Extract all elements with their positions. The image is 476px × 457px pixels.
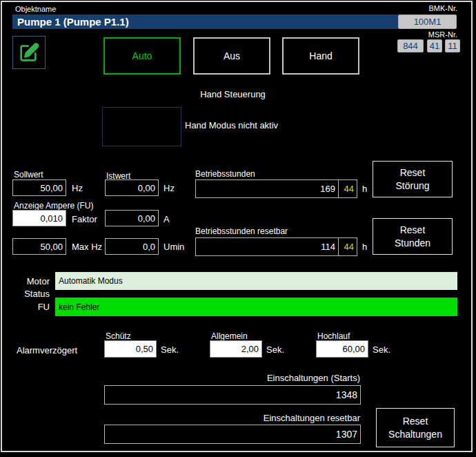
hochlauf-unit-label: Sek. bbox=[373, 344, 390, 355]
umin-label: Umin bbox=[163, 242, 184, 252]
schuetz-unit-label: Sek. bbox=[161, 344, 179, 355]
betriebsstunden-label: Betriebsstunden bbox=[195, 169, 255, 179]
mode-button-aus[interactable]: Aus bbox=[193, 37, 270, 75]
fu-status-bar: kein Fehler bbox=[55, 298, 457, 316]
mode-button-auto-label: Auto bbox=[132, 50, 152, 61]
istwert-value-field: 0,00 bbox=[105, 179, 159, 196]
hand-modus-status-text: Hand Modus nicht aktiv bbox=[185, 120, 278, 130]
allgemein-unit-label: Sek. bbox=[266, 344, 284, 355]
status-label: Status bbox=[7, 289, 50, 299]
anzeige-ampere-label: Anzeige Ampere (FU) bbox=[14, 201, 93, 211]
fu-label: FU bbox=[7, 302, 50, 312]
hand-modus-indicator bbox=[102, 107, 181, 146]
einschaltungen-resetbar-field: 1307 bbox=[104, 425, 361, 444]
msr-label: MSR-Nr. bbox=[388, 30, 457, 39]
hochlauf-delay-input[interactable] bbox=[316, 340, 368, 358]
hand-steuerung-label: Hand Steuerung bbox=[176, 89, 290, 99]
allgemein-delay-input[interactable] bbox=[210, 340, 262, 358]
allgemein-label: Allgemein bbox=[211, 331, 248, 341]
betriebsstunden-resetbar-unit-label: h bbox=[362, 242, 367, 252]
msr-number-tag-3: 11 bbox=[445, 39, 460, 52]
mode-button-hand-label: Hand bbox=[309, 50, 332, 61]
reset-stunden-button[interactable]: Reset Stunden bbox=[373, 218, 453, 255]
mode-button-aus-label: Aus bbox=[224, 50, 240, 61]
page-title: Pumpe 1 (Pumpe P1.1) bbox=[17, 16, 129, 28]
betriebsstunden-resetbar-minutes-field: 44 bbox=[338, 237, 357, 256]
objektname-label: Objektname bbox=[15, 5, 56, 13]
edit-icon bbox=[18, 41, 40, 64]
einschaltungen-starts-field: 1348 bbox=[104, 385, 361, 405]
betriebsstunden-resetbar-label: Betriebsstunden resetbar bbox=[195, 226, 288, 236]
umin-value-field: 0,0 bbox=[105, 238, 159, 255]
einschaltungen-starts-label: Einschaltungen (Starts) bbox=[193, 373, 360, 383]
schuetz-label: Schütz bbox=[106, 331, 131, 341]
max-hz-label: Max Hz bbox=[72, 242, 102, 252]
pump-faceplate: Objektname BMK-Nr. Pumpe 1 (Pumpe P1.1) … bbox=[0, 0, 476, 457]
alarmverzoegert-label: Alarmverzögert bbox=[17, 345, 77, 356]
motor-label: Motor bbox=[7, 276, 50, 286]
object-title-bar: Pumpe 1 (Pumpe P1.1) bbox=[12, 14, 398, 29]
einschaltungen-resetbar-label: Einschaltungen resetbar bbox=[193, 413, 360, 423]
betriebsstunden-hours-field: 169 bbox=[195, 179, 339, 198]
reset-schaltungen-button[interactable]: Reset Schaltungen bbox=[376, 408, 455, 447]
betriebsstunden-unit-label: h bbox=[362, 184, 367, 194]
mode-button-auto[interactable]: Auto bbox=[103, 37, 181, 75]
ampere-value-field: 0,00 bbox=[105, 210, 159, 226]
msr-number-tag-2: 41 bbox=[427, 39, 442, 52]
sollwert-value-field: 50,00 bbox=[12, 179, 66, 196]
faktor-input[interactable] bbox=[12, 210, 66, 226]
motor-status-bar: Automatik Modus bbox=[55, 272, 457, 290]
reset-stoerung-button[interactable]: Reset Störung bbox=[373, 161, 453, 197]
msr-number-tag-1: 844 bbox=[397, 39, 424, 52]
edit-button[interactable] bbox=[12, 36, 46, 69]
mode-button-hand[interactable]: Hand bbox=[282, 37, 359, 75]
bmk-label: BMK-Nr. bbox=[388, 4, 457, 12]
schuetz-delay-input[interactable] bbox=[104, 340, 157, 358]
bmk-number-tag: 100M1 bbox=[398, 14, 457, 29]
betriebsstunden-resetbar-hours-field: 114 bbox=[195, 237, 339, 256]
istwert-unit-label: Hz bbox=[163, 183, 175, 193]
hochlauf-label: Hochlauf bbox=[317, 331, 350, 341]
ampere-unit-label: A bbox=[163, 214, 170, 224]
betriebsstunden-minutes-field: 44 bbox=[338, 179, 357, 198]
faktor-label: Faktor bbox=[72, 214, 97, 224]
max-hz-value-field: 50,00 bbox=[12, 238, 66, 255]
sollwert-label: Sollwert bbox=[14, 170, 43, 179]
sollwert-unit-label: Hz bbox=[72, 183, 83, 193]
